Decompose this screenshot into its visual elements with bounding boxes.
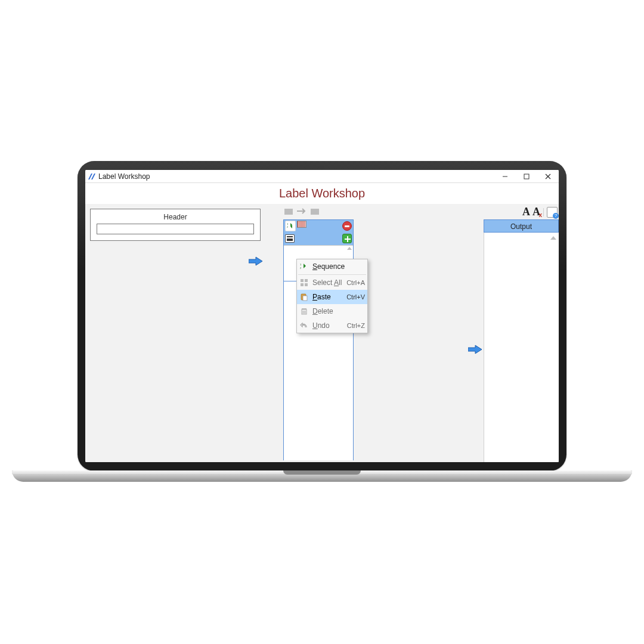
svg-rect-9 — [301, 279, 304, 282]
sequence-icon: 1 2 — [299, 262, 309, 271]
app-heading: Label Workshop — [85, 183, 559, 204]
webcam-icon — [320, 166, 324, 169]
app-window: Label Workshop Label Worksho — [85, 170, 559, 462]
svg-text:2: 2 — [287, 225, 289, 228]
output-panel-title: Output — [484, 219, 559, 233]
close-button[interactable] — [537, 170, 559, 182]
pointer-arrow-left — [249, 256, 261, 265]
pointer-arrow-right — [468, 345, 480, 353]
menu-select-all-label: Select All — [312, 278, 343, 287]
spacer — [265, 204, 283, 462]
laptop-notch-icon — [283, 470, 361, 475]
font-tools: A Ax — [522, 206, 558, 218]
select-all-icon — [299, 278, 309, 287]
remove-button[interactable] — [342, 221, 352, 231]
barcode-icon[interactable] — [297, 221, 306, 228]
svg-text:2: 2 — [300, 267, 302, 270]
left-panel: Header — [85, 204, 265, 462]
laptop-lid: Label Workshop Label Worksho — [78, 161, 566, 471]
sequence-config-icon[interactable]: 1 2 — [285, 221, 296, 231]
toolbar-block-icon[interactable] — [284, 209, 293, 215]
laptop-frame: Label Workshop Label Worksho — [78, 161, 566, 480]
output-panel: Output — [484, 219, 559, 462]
font-increase-icon[interactable]: A — [522, 206, 530, 218]
delete-icon — [299, 306, 309, 316]
header-panel: Header — [90, 209, 261, 241]
menu-sequence-label: Sequence — [312, 262, 361, 271]
content-area: A Ax Header — [85, 204, 559, 462]
menu-undo-label: Undo — [312, 321, 343, 330]
scroll-up-icon[interactable] — [347, 247, 352, 250]
laptop-base — [12, 470, 632, 482]
paste-icon — [299, 292, 309, 302]
add-button[interactable] — [342, 234, 352, 243]
arrow-right-icon[interactable] — [296, 208, 307, 216]
window-title: Label Workshop — [98, 172, 150, 181]
toolbar-block2-icon[interactable] — [311, 209, 319, 215]
app-icon — [88, 172, 96, 181]
svg-rect-14 — [303, 296, 307, 301]
maximize-button[interactable] — [516, 170, 537, 182]
center-column: 1 2 — [283, 204, 357, 462]
svg-text:1: 1 — [300, 263, 302, 266]
menu-separator — [298, 274, 366, 275]
header-panel-title: Header — [97, 213, 254, 221]
font-clear-icon[interactable]: Ax — [532, 206, 540, 218]
minimize-button[interactable] — [494, 170, 516, 182]
scroll-up-icon[interactable] — [550, 236, 556, 240]
output-list[interactable] — [484, 233, 559, 462]
titlebar: Label Workshop — [85, 170, 559, 183]
help-export-icon[interactable] — [547, 207, 558, 218]
svg-rect-10 — [305, 279, 308, 282]
menu-icon[interactable] — [285, 234, 295, 243]
svg-rect-11 — [301, 283, 304, 286]
header-input[interactable] — [97, 224, 254, 234]
toolbar-divider — [543, 208, 544, 216]
right-spacer — [357, 204, 484, 462]
svg-rect-12 — [305, 283, 308, 286]
menu-paste-label: Paste — [312, 293, 343, 301]
svg-rect-2 — [524, 174, 529, 179]
undo-icon — [299, 321, 309, 330]
menu-delete-label: Delete — [312, 307, 361, 315]
center-toolbar — [283, 205, 357, 218]
